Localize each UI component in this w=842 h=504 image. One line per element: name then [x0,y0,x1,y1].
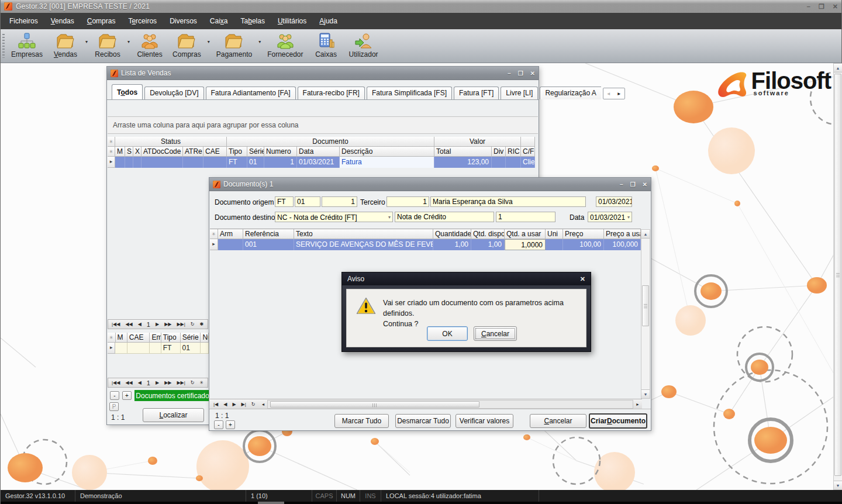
scroll-right-icon[interactable]: ► [633,402,642,406]
chevron-down-icon[interactable]: ▾ [626,215,630,220]
close-icon[interactable]: ✕ [580,275,585,283]
ok-button[interactable]: OK [427,326,468,341]
documentos-titlebar[interactable]: Documento(s) 1 – ❐ ✕ [209,178,651,191]
col-atre[interactable]: ATRe [183,147,203,157]
col-x[interactable]: X [133,147,142,157]
col-tipo[interactable]: Tipo [227,147,247,157]
p-button[interactable]: P [109,402,119,411]
toolbar-caixas-button[interactable]: Caixas [308,30,344,61]
desmarcar-tudo-button[interactable]: Desmarcar Tudo [395,414,451,428]
toolbar-fornecedor-button[interactable]: Fornecedor [263,30,308,61]
tab-regularizacao[interactable]: Regularização A [540,87,601,99]
menu-vendas[interactable]: Vendas [44,14,81,28]
localizar-button[interactable]: Localizar [143,408,204,422]
tab-fatura-recibo[interactable]: Fatura-recibo [FR] [298,87,365,99]
destino-numero-field[interactable]: 1 [496,212,555,222]
col-serie[interactable]: Série [247,147,264,157]
grid-corner-icon[interactable]: ✳ [108,333,116,343]
toolbar-recibos-dropdown[interactable]: ▾ [126,39,132,44]
col-nu[interactable]: Nu [201,333,209,343]
col-qtd-a-usar[interactable]: Qtd. a usar [505,229,546,239]
tab-fatura[interactable]: Fatura [FT] [454,87,499,99]
nav-refresh-icon[interactable]: ↻ [191,380,195,385]
col-arm[interactable]: Arm [218,229,243,239]
nav-last-icon[interactable]: ▶| [241,402,246,407]
tab-livre[interactable]: Livre [LI] [501,87,538,99]
cell-qtd-a-usar[interactable]: 1,0000 [505,239,546,250]
grid-corner-icon[interactable]: ✳ [210,229,218,239]
col-qtd-dispor[interactable]: Qtd. dispor [471,229,505,239]
toolbar-compras-dropdown[interactable]: ▾ [206,39,212,44]
nav-prev-icon[interactable]: ◀ [223,402,227,407]
col-cae[interactable]: CAE [203,147,227,157]
terceiro-numero-field[interactable]: 1 [387,196,429,207]
nav-refresh-icon[interactable]: ↻ [191,322,195,327]
close-button[interactable]: ✕ [530,70,535,77]
nav-last-icon[interactable]: ▶▶| [177,380,185,385]
tab-scroll-left-icon[interactable]: ◄ [603,91,614,96]
nav-prev-icon[interactable]: ◀ [138,322,142,327]
minimize-button[interactable]: – [807,3,810,11]
close-button[interactable]: ✕ [833,3,838,11]
tab-scroll-buttons[interactable]: ◄ ► [603,88,625,99]
menu-terceiros[interactable]: Terceiros [122,14,163,28]
menu-utilitarios[interactable]: Utilitários [271,14,313,28]
menu-diversos[interactable]: Diversos [163,14,203,28]
nav-first-icon[interactable]: |◀◀ [112,322,120,327]
table-row[interactable]: ▸ FT 01 1 01/03/2021 Fatura 123,00 Clie [108,157,535,168]
toolbar-vendas-button[interactable]: Vendas [47,30,84,61]
tab-todos[interactable]: Todos [112,84,143,99]
nav-star-icon[interactable]: ✱ [200,322,204,327]
col-referencia[interactable]: Referência [243,229,294,239]
scroll-down-icon[interactable]: ▼ [834,481,842,489]
chevron-down-icon[interactable]: ▾ [387,215,391,220]
group-by-bar[interactable]: Arraste uma coluna para aqui para agrupa… [108,116,538,134]
restore-button[interactable]: ❐ [518,70,523,77]
col-preco-a-usar[interactable]: Preço a usa [604,229,641,239]
col-texto[interactable]: Texto [294,229,433,239]
menu-tabelas[interactable]: Tabelas [234,14,271,28]
nav-fast-next-icon[interactable]: ▶▶ [164,322,171,327]
nav-first-icon[interactable]: |◀◀ [112,380,120,385]
nav-fast-next-icon[interactable]: ▶▶ [164,380,171,385]
cancelar-button[interactable]: Cancelar [530,414,586,428]
toolbar-compras-button[interactable]: Compras [168,30,206,61]
col-cae[interactable]: CAE [127,333,150,343]
col-m[interactable]: M [116,333,127,343]
tab-fatura-simplificada[interactable]: Fatura Simplificada [FS] [367,87,452,99]
destino-data-combobox[interactable]: 01/03/2021 1 ▾ [588,212,632,222]
col-descricao[interactable]: Descrição [340,147,434,157]
nav-first-icon[interactable]: |◀ [213,402,218,407]
horizontal-scrollbar[interactable] [267,400,633,409]
menu-ajuda[interactable]: Ajuda [313,14,344,28]
col-cf[interactable]: C/F [521,147,535,157]
col-tipo[interactable]: Tipo [161,333,181,343]
criar-documento-button[interactable]: Criar Documento [589,413,647,429]
mdi-vertical-scrollbar[interactable]: ▲ ▼ [833,63,842,490]
col-div[interactable]: Div [492,147,506,157]
minus-button[interactable]: - [110,391,119,400]
minimize-button[interactable]: – [620,181,623,188]
aviso-titlebar[interactable]: Aviso ✕ [342,272,591,285]
toolbar-utilizador-button[interactable]: Utilizador [344,30,383,61]
toolbar-clientes-button[interactable]: Clientes [132,30,168,61]
group-header-status[interactable]: Status [115,137,227,147]
toolbar-vendas-dropdown[interactable]: ▾ [84,39,89,44]
table-row[interactable]: ▸ 001 SERVIÇO DE AVENÇAS DO MÊS DE FEVER… [210,239,641,250]
nav-last-icon[interactable]: ▶▶| [177,322,185,327]
col-quantidade[interactable]: Quantidade [433,229,471,239]
col-data[interactable]: Data [297,147,340,157]
nav-prev-icon[interactable]: ◀ [138,380,142,385]
lista-titlebar[interactable]: Lista de Vendas – ❐ ✕ [107,67,539,80]
col-preco[interactable]: Preço [563,229,604,239]
tab-devolucao[interactable]: Devolução [DV] [144,87,203,99]
scroll-up-icon[interactable]: ▲ [641,230,650,239]
minus-button[interactable]: - [214,420,223,429]
col-total[interactable]: Total [434,147,492,157]
menu-caixa[interactable]: Caixa [203,14,234,28]
group-header-documento[interactable]: Documento [227,137,434,147]
nav-fast-prev-icon[interactable]: ◀◀ [125,380,132,385]
nav-next-icon[interactable]: ▶ [232,402,236,407]
col-atdoccode[interactable]: ATDocCode [142,147,183,157]
minimize-button[interactable]: – [508,70,511,77]
